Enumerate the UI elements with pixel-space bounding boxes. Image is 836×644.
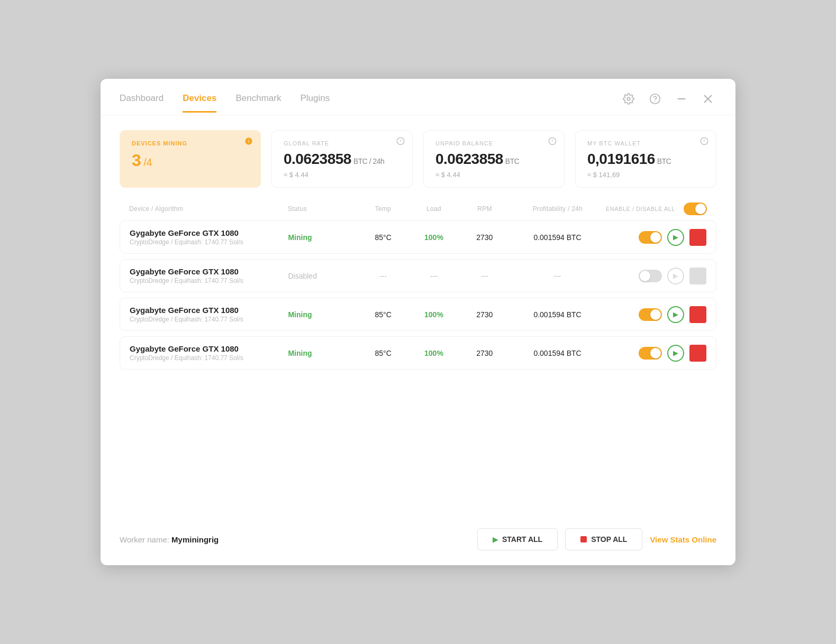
- device-temp: 85°C: [375, 233, 391, 242]
- device-load: 100%: [424, 310, 443, 319]
- start-all-button[interactable]: ▶ START ALL: [477, 528, 558, 550]
- devices-mining-label: DEVICES MINING: [132, 140, 249, 146]
- info-icon-wallet[interactable]: [700, 137, 708, 148]
- device-stop-button[interactable]: [689, 345, 706, 362]
- device-status: Mining: [288, 349, 312, 357]
- device-load: 100%: [424, 233, 443, 242]
- enable-disable-all-label: ENABLE / DISABLE ALL: [606, 206, 675, 212]
- stop-all-stop-icon: [580, 536, 587, 542]
- unpaid-balance-value: 0.0623858BTC: [435, 151, 552, 168]
- device-name: Gygabyte GeForce GTX 1080: [130, 306, 288, 315]
- device-profit: 0.001594 BTC: [533, 310, 581, 319]
- info-icon-devices[interactable]: i: [244, 137, 253, 148]
- view-stats-button[interactable]: View Stats Online: [650, 535, 716, 544]
- tab-plugins[interactable]: Plugins: [300, 93, 330, 113]
- device-play-button[interactable]: ▶: [667, 229, 684, 246]
- btc-wallet-sub: ≈ $ 141,69: [587, 171, 704, 179]
- btc-wallet-value: 0,0191616BTC: [587, 151, 704, 168]
- unpaid-balance-sub: ≈ $ 4.44: [435, 171, 552, 179]
- device-toggle[interactable]: [639, 270, 662, 282]
- device-status: Mining: [288, 310, 312, 319]
- tab-benchmark[interactable]: Benchmark: [235, 93, 281, 113]
- col-header-load: Load: [408, 205, 459, 213]
- device-name: Gygabyte GeForce GTX 1080: [130, 267, 288, 276]
- stats-row: i DEVICES MINING 3 /4 GLOBAL RATE 0.0623…: [101, 115, 735, 197]
- device-section: Device / Algorithm Status Temp Load RPM …: [101, 197, 735, 512]
- btc-wallet-label: MY BTC WALLET: [587, 140, 704, 146]
- device-play-button[interactable]: ▶: [667, 345, 684, 362]
- close-icon[interactable]: [699, 90, 716, 107]
- device-toggle[interactable]: [639, 347, 662, 360]
- col-header-temp: Temp: [358, 205, 408, 213]
- svg-text:i: i: [248, 139, 249, 144]
- device-temp: 85°C: [375, 349, 391, 357]
- device-rpm: 2730: [476, 233, 493, 242]
- device-stop-button[interactable]: [689, 268, 706, 284]
- devices-mining-value: 3 /4: [132, 151, 249, 170]
- svg-point-0: [627, 97, 630, 100]
- device-algo: CryptoDredge / Equihash: 1740.77 Sol/s: [130, 277, 288, 284]
- minimize-icon[interactable]: [673, 90, 690, 107]
- device-profit: 0.001594 BTC: [533, 233, 581, 242]
- unpaid-balance-label: UNPAID BALANCE: [435, 140, 552, 146]
- device-toggle[interactable]: [639, 231, 662, 244]
- nav-tabs: Dashboard Devices Benchmark Plugins: [120, 93, 330, 113]
- stat-unpaid-balance: UNPAID BALANCE 0.0623858BTC ≈ $ 4.44: [423, 130, 565, 188]
- global-rate-sub: ≈ $ 4.44: [284, 171, 401, 179]
- worker-label: Worker name: Myminingrig: [120, 535, 219, 544]
- stat-btc-wallet: MY BTC WALLET 0,0191616BTC ≈ $ 141,69: [575, 130, 716, 188]
- table-header: Device / Algorithm Status Temp Load RPM …: [120, 197, 716, 220]
- table-row: Gygabyte GeForce GTX 1080 CryptoDredge /…: [120, 259, 716, 292]
- table-row: Gygabyte GeForce GTX 1080 CryptoDredge /…: [120, 336, 716, 370]
- global-rate-label: GLOBAL RATE: [284, 140, 401, 146]
- device-load: 100%: [424, 349, 443, 357]
- col-header-status: Status: [288, 205, 358, 213]
- stat-global-rate: GLOBAL RATE 0.0623858BTC / 24h ≈ $ 4.44: [271, 130, 413, 188]
- nav-bar: Dashboard Devices Benchmark Plugins: [101, 79, 735, 115]
- device-algo: CryptoDredge / Equihash: 1740.77 Sol/s: [130, 316, 288, 323]
- bottom-actions: ▶ START ALL STOP ALL View Stats Online: [477, 528, 716, 550]
- device-play-button[interactable]: ▶: [667, 268, 684, 284]
- settings-icon[interactable]: [620, 90, 637, 107]
- device-temp: 85°C: [375, 310, 391, 319]
- col-header-profit: Profitability / 24h: [510, 205, 605, 213]
- device-rpm: 2730: [476, 349, 493, 357]
- device-profit: 0.001594 BTC: [533, 349, 581, 357]
- device-name: Gygabyte GeForce GTX 1080: [130, 344, 288, 353]
- device-stop-button[interactable]: [689, 229, 706, 246]
- device-profit: ---: [554, 272, 561, 280]
- device-toggle[interactable]: [639, 308, 662, 321]
- device-stop-button[interactable]: [689, 306, 706, 323]
- device-algo: CryptoDredge / Equihash: 1740.77 Sol/s: [130, 238, 288, 246]
- device-temp: ---: [379, 272, 387, 280]
- toggle-enable-all[interactable]: [684, 203, 707, 215]
- tab-dashboard[interactable]: Dashboard: [120, 93, 163, 113]
- bottom-bar: Worker name: Myminingrig ▶ START ALL STO…: [101, 517, 735, 565]
- col-header-rpm: RPM: [459, 205, 510, 213]
- col-header-actions: ENABLE / DISABLE ALL: [605, 203, 707, 215]
- main-window: Dashboard Devices Benchmark Plugins i: [101, 79, 735, 565]
- stat-devices-mining: i DEVICES MINING 3 /4: [120, 130, 261, 188]
- device-name: Gygabyte GeForce GTX 1080: [130, 228, 288, 237]
- table-row: Gygabyte GeForce GTX 1080 CryptoDredge /…: [120, 298, 716, 331]
- help-icon[interactable]: [647, 90, 664, 107]
- device-rpm: 2730: [476, 310, 493, 319]
- device-load: ---: [430, 272, 438, 280]
- global-rate-value: 0.0623858BTC / 24h: [284, 151, 401, 168]
- col-header-device: Device / Algorithm: [129, 205, 288, 213]
- device-algo: CryptoDredge / Equihash: 1740.77 Sol/s: [130, 354, 288, 362]
- device-status: Disabled: [288, 272, 316, 280]
- device-play-button[interactable]: ▶: [667, 306, 684, 323]
- info-icon-unpaid[interactable]: [548, 137, 557, 148]
- stop-all-button[interactable]: STOP ALL: [565, 528, 642, 550]
- device-status: Mining: [288, 233, 312, 242]
- worker-name: Myminingrig: [171, 535, 219, 544]
- table-row: Gygabyte GeForce GTX 1080 CryptoDredge /…: [120, 220, 716, 254]
- start-all-play-icon: ▶: [493, 536, 498, 544]
- tab-devices[interactable]: Devices: [183, 93, 216, 113]
- nav-icons: [620, 90, 716, 115]
- device-rpm: ---: [481, 272, 488, 280]
- info-icon-global[interactable]: [396, 137, 405, 148]
